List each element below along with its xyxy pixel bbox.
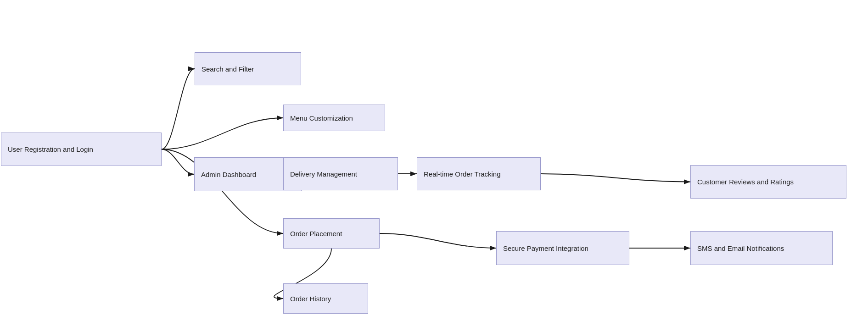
node-order-placement: Order Placement: [283, 218, 380, 249]
node-order-tracking: Real-time Order Tracking: [417, 157, 541, 190]
node-delivery-mgmt: Delivery Management: [283, 157, 398, 190]
node-customer-reviews: Customer Reviews and Ratings: [690, 165, 846, 199]
node-sms-email: SMS and Email Notifications: [690, 231, 833, 265]
node-user-reg: User Registration and Login: [1, 133, 162, 166]
node-secure-payment: Secure Payment Integration: [496, 231, 629, 265]
node-order-history: Order History: [283, 283, 368, 314]
node-search-filter: Search and Filter: [195, 52, 301, 85]
node-menu-custom: Menu Customization: [283, 105, 385, 131]
diagram-container: User Registration and LoginSearch and Fi…: [0, 0, 868, 332]
